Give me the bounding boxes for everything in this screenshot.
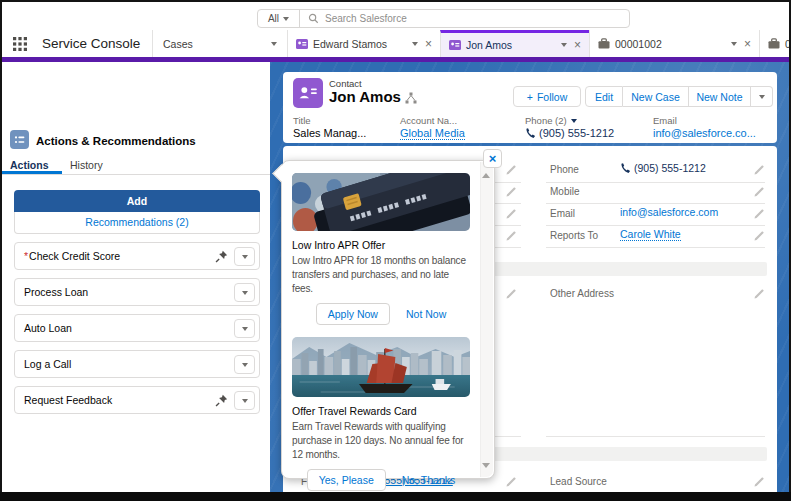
action-label: Check Credit Score	[29, 250, 120, 262]
email-link[interactable]: info@salesforce.com	[620, 206, 718, 218]
more-actions-button[interactable]	[751, 86, 773, 107]
field-value-phone: (905) 555-1212	[620, 162, 706, 174]
close-icon[interactable]: ×	[744, 38, 751, 50]
follow-button[interactable]: + Follow	[513, 86, 581, 107]
chevron-down-icon[interactable]	[271, 42, 277, 46]
action-label: Process Loan	[24, 286, 88, 298]
tab-edward-stamos[interactable]: Edward Stamos ×	[287, 30, 440, 57]
edit-pencil-icon[interactable]	[753, 208, 765, 220]
contact-icon	[449, 40, 461, 50]
field-label-email: Email	[550, 208, 575, 219]
field-label-reports-to: Reports To	[550, 230, 598, 241]
new-case-button[interactable]: New Case	[623, 86, 689, 107]
action-menu-button[interactable]	[234, 391, 255, 410]
edit-pencil-icon[interactable]	[753, 288, 765, 300]
account-link[interactable]: Global Media	[400, 127, 465, 140]
no-thanks-button[interactable]: No, Thanks	[402, 474, 456, 486]
phone-label-text: Phone (2)	[525, 115, 567, 126]
highlight-label-title: Title	[293, 115, 311, 126]
edit-pencil-icon[interactable]	[505, 164, 517, 176]
scroll-up-icon[interactable]	[482, 173, 490, 178]
field-underline	[546, 436, 765, 437]
tab-case-00001002[interactable]: 00001002 ×	[589, 30, 759, 57]
recommendations-link[interactable]: Recommendations (2)	[14, 212, 260, 234]
email-link[interactable]: info@salesforce.co...	[653, 127, 756, 139]
scroll-down-icon[interactable]	[482, 463, 490, 468]
action-menu-button[interactable]	[234, 319, 255, 338]
follow-label: Follow	[537, 91, 567, 103]
offer-body: Earn Travel Rewards with qualifying purc…	[292, 420, 470, 462]
edit-pencil-icon[interactable]	[753, 476, 765, 488]
tab-label: Jon Amos	[466, 39, 512, 51]
close-icon[interactable]: ×	[574, 39, 581, 51]
chevron-down-icon[interactable]	[571, 119, 577, 123]
tab-case-partial[interactable]: 000	[759, 30, 791, 57]
nav-item-cases[interactable]: Cases	[152, 30, 287, 57]
chevron-down-icon[interactable]	[731, 42, 737, 46]
field-underline	[546, 225, 765, 226]
field-underline	[546, 247, 765, 248]
navigation-bar: Service Console Cases Edward Stamos ×	[2, 30, 789, 57]
action-item-process-loan: Process Loan	[14, 278, 260, 306]
search-input[interactable]	[325, 13, 621, 24]
reports-to-link[interactable]: Carole White	[620, 228, 681, 241]
field-label-other-address: Other Address	[550, 288, 614, 299]
harbor-image	[292, 337, 470, 397]
edit-pencil-icon[interactable]	[505, 476, 517, 488]
edit-pencil-icon[interactable]	[753, 186, 765, 198]
edit-pencil-icon[interactable]	[505, 288, 517, 300]
phone-number-link[interactable]: (905) 555-1212	[539, 127, 614, 139]
app-name: Service Console	[42, 36, 140, 51]
contact-icon	[296, 39, 308, 49]
phone-number-link[interactable]: (905) 555-1212	[634, 162, 706, 174]
field-underline	[546, 203, 765, 204]
yes-please-button[interactable]: Yes, Please	[307, 469, 386, 491]
tab-actions[interactable]: Actions	[10, 159, 49, 171]
search-icon	[308, 13, 319, 24]
close-icon[interactable]: ×	[425, 38, 432, 50]
edit-pencil-icon[interactable]	[505, 186, 517, 198]
hierarchy-icon[interactable]	[405, 92, 417, 104]
edit-button[interactable]: Edit	[585, 86, 623, 107]
edit-pencil-icon[interactable]	[753, 230, 765, 242]
field-label-lead-source: Lead Source	[550, 476, 607, 487]
tab-jon-amos[interactable]: Jon Amos ×	[440, 30, 589, 57]
recommendations-popover: ×	[281, 160, 495, 479]
highlight-value-email: info@salesforce.co...	[653, 127, 756, 139]
chevron-down-icon[interactable]	[412, 42, 418, 46]
action-menu-button[interactable]	[234, 247, 255, 266]
window-border	[0, 0, 2, 501]
phone-icon	[525, 128, 536, 139]
chevron-down-icon	[283, 17, 289, 21]
not-now-button[interactable]: Not Now	[406, 308, 446, 320]
chevron-down-icon[interactable]	[561, 43, 567, 47]
action-label: Request Feedback	[24, 394, 112, 406]
action-menu-button[interactable]	[234, 283, 255, 302]
window-border	[0, 492, 791, 501]
tab-label: Edward Stamos	[313, 38, 387, 50]
highlight-value-account: Global Media	[400, 127, 465, 140]
apply-now-button[interactable]: Apply Now	[316, 303, 390, 325]
tab-history[interactable]: History	[70, 159, 103, 171]
pin-icon	[215, 250, 228, 263]
panel-title: Actions & Recommendations	[36, 135, 196, 147]
popover-content: Low Intro APR Offer Low Intro APR for 18…	[292, 173, 470, 491]
field-value-email: info@salesforce.com	[620, 206, 718, 218]
field-underline	[546, 182, 765, 183]
new-note-button[interactable]: New Note	[689, 86, 751, 107]
app-launcher-icon[interactable]	[13, 37, 27, 51]
case-icon	[768, 38, 780, 49]
popover-close-button[interactable]: ×	[483, 149, 502, 168]
add-button[interactable]: Add	[14, 190, 260, 212]
pin-icon	[215, 394, 228, 407]
case-icon	[598, 38, 610, 49]
action-menu-button[interactable]	[234, 355, 255, 374]
offer-actions: Yes, Please No, Thanks	[292, 469, 470, 491]
edit-pencil-icon[interactable]	[505, 208, 517, 220]
chevron-down-icon	[242, 327, 248, 331]
edit-pencil-icon[interactable]	[505, 230, 517, 242]
edit-pencil-icon[interactable]	[753, 164, 765, 176]
chevron-down-icon	[759, 95, 765, 99]
popover-scrollbar[interactable]	[480, 162, 493, 477]
search-scope-button[interactable]: All	[258, 10, 300, 27]
